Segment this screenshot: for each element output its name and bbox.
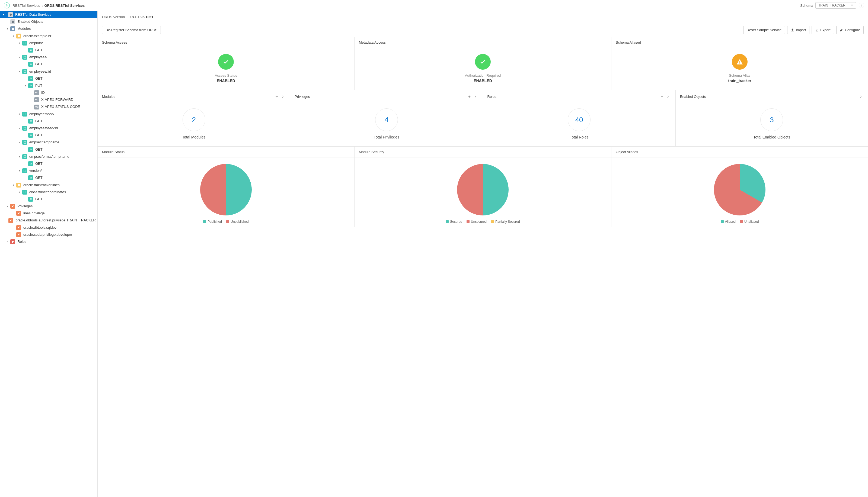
tree-handler-get[interactable]: GET: [0, 47, 97, 54]
tree-template-employees-id[interactable]: ▾ employees/:id: [0, 68, 97, 75]
tree-enabled-objects[interactable]: Enabled Objects: [0, 18, 97, 25]
action-bar: De-Register Schema from ORDS Reset Sampl…: [98, 23, 868, 37]
chevron-down-icon[interactable]: ▾: [11, 183, 15, 187]
card-metadata-access: Metadata Access Authorization Required E…: [354, 37, 611, 90]
deregister-button[interactable]: De-Register Schema from ORDS: [102, 26, 161, 34]
tree-label: oracle.example.hr: [23, 33, 51, 39]
version-bar: ORDS Version 18.1.1.95.1251: [98, 11, 868, 23]
tree-privileges[interactable]: ▾ Privileges: [0, 203, 97, 210]
export-button[interactable]: Export: [812, 26, 834, 34]
param-icon: XYZ: [34, 90, 39, 95]
tree-template-employeesfeed[interactable]: ▾ employeesfeed/: [0, 111, 97, 118]
svg-point-17: [18, 227, 19, 228]
button-label: Export: [820, 28, 830, 32]
help-icon[interactable]: ?: [859, 3, 864, 8]
card-roles-count: Roles 40 Total Roles: [483, 90, 675, 146]
tree-modules[interactable]: ▾ Modules: [0, 25, 97, 32]
swatch-icon: [721, 220, 724, 223]
add-button[interactable]: [659, 94, 665, 99]
chevron-right-icon[interactable]: ▸: [5, 240, 9, 244]
up-arrow-icon[interactable]: [4, 2, 10, 9]
tree-handler-get[interactable]: GET: [0, 196, 97, 203]
schema-select[interactable]: TRAIN_TRACKER: [815, 2, 856, 9]
tree-param-id[interactable]: XYZ ID: [0, 89, 97, 96]
tree-handler-get[interactable]: GET: [0, 75, 97, 82]
configure-button[interactable]: Configure: [836, 26, 864, 34]
chevron-down-icon[interactable]: ▾: [17, 41, 21, 45]
tree-label: PUT: [35, 83, 42, 88]
svg-point-14: [12, 206, 13, 207]
tree-privilege-item[interactable]: oracle.dbtools.autorest.privilege.TRAIN_…: [0, 217, 97, 224]
swatch-icon: [203, 220, 206, 223]
tree-label: GET: [35, 133, 43, 138]
add-button[interactable]: [467, 94, 472, 99]
chevron-down-icon[interactable]: ▾: [11, 34, 15, 38]
chevron-down-icon[interactable]: ▾: [17, 169, 21, 173]
svg-point-19: [12, 241, 13, 242]
tree-handler-get[interactable]: GET: [0, 118, 97, 125]
tree-label: Privileges: [17, 204, 32, 209]
tree-label: GET: [35, 147, 43, 152]
tree-handler-get[interactable]: GET: [0, 61, 97, 68]
chevron-down-icon[interactable]: ▾: [5, 27, 9, 31]
chevron-down-icon[interactable]: ▾: [17, 126, 21, 130]
tree-template-employees[interactable]: ▾ employees/: [0, 54, 97, 61]
tree-handler-get[interactable]: GET: [0, 146, 97, 153]
handler-icon: [28, 119, 33, 124]
tree-privilege-item[interactable]: oracle.soda.privilege.developer: [0, 231, 97, 238]
reset-sample-button[interactable]: Reset Sample Service: [743, 26, 785, 34]
chevron-down-icon[interactable]: ▾: [5, 204, 9, 208]
tree-template-closestline[interactable]: ▾ closestline/:coordinates: [0, 189, 97, 196]
chevron-down-icon[interactable]: ▾: [17, 112, 21, 116]
status-sub: Authorization Required: [358, 73, 608, 77]
svg-rect-5: [24, 42, 26, 44]
tree-handler-get[interactable]: GET: [0, 160, 97, 167]
tree-label: GET: [35, 161, 43, 166]
tree-template-employeesfeed-id[interactable]: ▾ employeesfeed/:id: [0, 125, 97, 132]
breadcrumb-root[interactable]: RESTful Services: [13, 3, 40, 8]
breadcrumb-separator: \: [42, 3, 43, 8]
tree-template-empsec[interactable]: ▾ empsec/:empname: [0, 139, 97, 146]
tree-template-empsecformat[interactable]: ▾ empsecformat/:empname: [0, 153, 97, 160]
svg-rect-11: [24, 156, 26, 157]
card-title: Schema Aliased: [616, 40, 641, 44]
tree-template-version[interactable]: ▾ version/: [0, 167, 97, 174]
modules-icon: [10, 26, 15, 31]
chevron-down-icon[interactable]: ▾: [17, 155, 21, 158]
template-icon: [22, 168, 27, 173]
chevron-down-icon[interactable]: ▾: [17, 55, 21, 59]
tree-module-hr[interactable]: ▾ oracle.example.hr: [0, 32, 97, 40]
count-label: Total Privileges: [293, 135, 479, 139]
template-icon: [22, 41, 27, 45]
schema-value: TRAIN_TRACKER: [818, 3, 845, 7]
chevron-right-icon[interactable]: [472, 94, 479, 99]
tree-label: oracle.dbtools.sqldev: [23, 225, 56, 230]
import-button[interactable]: Import: [787, 26, 809, 34]
svg-rect-2: [13, 28, 14, 29]
tree-privilege-item[interactable]: oracle.dbtools.sqldev: [0, 224, 97, 231]
tree-param-status[interactable]: XYZ X-APEX-STATUS-CODE: [0, 103, 97, 110]
tree-handler-put[interactable]: ▾ PUT: [0, 82, 97, 89]
tree-roles[interactable]: ▸ Roles: [0, 238, 97, 245]
chevron-down-icon[interactable]: ▾: [23, 84, 27, 87]
svg-point-16: [10, 220, 11, 222]
chevron-down-icon[interactable]: ▾: [17, 140, 21, 144]
chevron-down-icon[interactable]: ▾: [17, 70, 21, 73]
chevron-right-icon[interactable]: [858, 94, 864, 99]
chevron-down-icon[interactable]: ▾: [2, 13, 5, 16]
chevron-right-icon[interactable]: [665, 94, 671, 99]
tree-label: lines.privilege: [23, 211, 45, 216]
tree-privilege-item[interactable]: lines.privilege: [0, 210, 97, 217]
add-button[interactable]: [274, 94, 280, 99]
tree-root[interactable]: ▾ RESTful Data Services: [0, 11, 97, 18]
privilege-icon: [16, 211, 21, 216]
tree-param-forward[interactable]: XYZ X-APEX-FORWARD: [0, 96, 97, 103]
status-val: ENABLED: [358, 79, 608, 83]
tree-template-empinfo[interactable]: ▾ empinfo/: [0, 40, 97, 47]
tree-handler-get[interactable]: GET: [0, 132, 97, 139]
tree-module-lines[interactable]: ▾ oracle.traintracker.lines: [0, 182, 97, 189]
chevron-right-icon[interactable]: [280, 94, 286, 99]
chevron-down-icon[interactable]: ▾: [17, 190, 21, 194]
svg-rect-1: [12, 28, 13, 29]
tree-handler-get[interactable]: GET: [0, 174, 97, 181]
